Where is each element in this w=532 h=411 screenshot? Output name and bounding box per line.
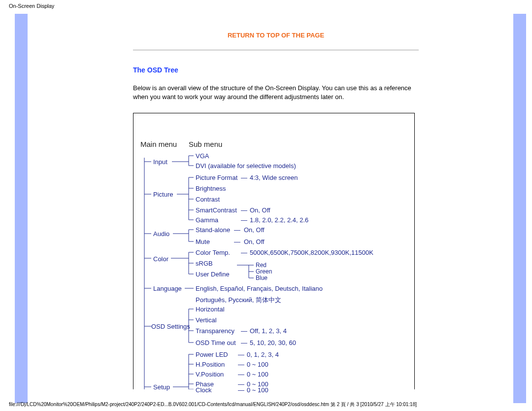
- menu-color: Color: [153, 255, 168, 263]
- return-to-top-link[interactable]: RETURN TO TOP OF THE PAGE: [133, 32, 419, 39]
- right-stripe: [513, 14, 526, 403]
- dash-icon: —: [241, 249, 247, 256]
- dash-icon: —: [238, 351, 244, 358]
- sub-horizontal: Horizontal: [196, 306, 225, 313]
- val-picture-format: 4:3, Wide screen: [250, 174, 298, 181]
- sub-brightness: Brightness: [196, 185, 226, 192]
- sub-vertical: Vertical: [196, 316, 217, 324]
- sub-colortemp: Color Temp.: [196, 249, 230, 256]
- sub-vga: VGA: [196, 152, 209, 160]
- dash-icon: —: [238, 386, 244, 394]
- content-column: RETURN TO TOP OF THE PAGE The OSD Tree B…: [133, 14, 419, 389]
- sub-picture-format: Picture Format: [196, 174, 237, 181]
- val-gamma: 1.8, 2.0, 2.2, 2.4, 2.6: [250, 216, 308, 224]
- val-green: Green: [256, 268, 272, 275]
- val-standalone: On, Off: [244, 226, 265, 234]
- menu-setup: Setup: [153, 383, 170, 391]
- sub-standalone: Stand-alone: [196, 226, 230, 234]
- val-transparency: Off, 1, 2, 3, 4: [250, 327, 287, 335]
- section-heading: The OSD Tree: [133, 66, 419, 74]
- val-clock: 0 ~ 100: [247, 386, 268, 394]
- menu-picture: Picture: [153, 191, 173, 198]
- sub-mute: Mute: [196, 238, 210, 245]
- sub-smartcontrast: SmartContrast: [196, 206, 237, 214]
- sub-userdefine: User Define: [196, 271, 230, 278]
- menu-language: Language: [153, 285, 182, 292]
- menu-osd-settings: OSD Settings: [151, 323, 190, 330]
- page: On-Screen Display RETURN TO TOP OF THE P…: [0, 0, 532, 411]
- val-osdtimeout: 5, 10, 20, 30, 60: [250, 339, 296, 346]
- dash-icon: —: [238, 361, 244, 368]
- sub-contrast: Contrast: [196, 196, 220, 203]
- dash-icon: —: [238, 371, 244, 378]
- sub-clock: Clock: [196, 386, 212, 394]
- val-powerled: 0, 1, 2, 3, 4: [247, 351, 279, 358]
- main-menu-header: Main menu: [140, 140, 177, 148]
- val-hpos: 0 ~ 100: [247, 361, 268, 368]
- dash-icon: —: [241, 339, 247, 346]
- dash-icon: —: [234, 238, 240, 245]
- dash-icon: —: [241, 206, 247, 214]
- page-title: On-Screen Display: [9, 3, 54, 9]
- menu-audio: Audio: [153, 230, 169, 238]
- divider: [133, 50, 419, 50]
- sub-menu-header: Sub menu: [189, 140, 222, 148]
- intro-text: Below is an overall view of the structur…: [133, 84, 419, 101]
- sub-hpos: H.Position: [196, 361, 225, 368]
- val-red: Red: [256, 262, 266, 269]
- val-colortemp: 5000K,6500K,7500K,8200K,9300K,11500K: [250, 249, 373, 256]
- dash-icon: —: [241, 216, 247, 224]
- val-smartcontrast: On, Off: [250, 206, 270, 214]
- sub-powerled: Power LED: [196, 351, 228, 358]
- val-language2: Português, Русский, 简体中文: [196, 296, 281, 305]
- val-mute: On, Off: [244, 238, 265, 245]
- val-vpos: 0 ~ 100: [247, 371, 268, 378]
- sub-transparency: Transparency: [196, 327, 234, 335]
- dash-icon: —: [241, 174, 247, 181]
- dash-icon: —: [234, 226, 240, 234]
- dash-icon: —: [241, 327, 247, 335]
- sub-dvi: DVI (available for selective models): [196, 162, 296, 170]
- sub-vpos: V.Position: [196, 371, 224, 378]
- val-blue: Blue: [256, 274, 267, 281]
- menu-input: Input: [153, 158, 167, 166]
- sub-osdtimeout: OSD Time out: [196, 339, 236, 346]
- osd-tree-diagram: Main menu Sub menu Input Picture Audio C…: [133, 113, 415, 389]
- sub-gamma: Gamma: [196, 216, 218, 224]
- val-language1: English, Español, Français, Deutsch, Ita…: [196, 285, 323, 292]
- left-stripe: [15, 14, 28, 403]
- footer-path: file:///D|/LCD%20Monitor%20OEM/Philips/M…: [9, 401, 523, 408]
- sub-srgb: sRGB: [196, 260, 213, 267]
